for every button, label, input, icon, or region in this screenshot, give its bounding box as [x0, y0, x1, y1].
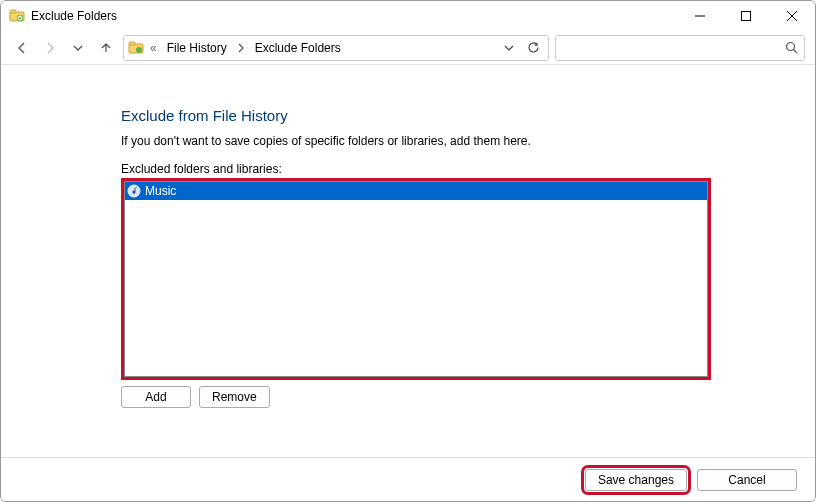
list-item[interactable]: Music	[125, 182, 707, 200]
minimize-button[interactable]	[677, 1, 723, 31]
address-icon	[128, 40, 144, 56]
main-panel: Exclude from File History If you don't w…	[121, 107, 711, 408]
address-bar[interactable]: « File History Exclude Folders	[123, 35, 549, 61]
back-button[interactable]	[11, 37, 33, 59]
svg-rect-1	[10, 10, 16, 13]
excluded-listbox[interactable]: Music	[124, 181, 708, 377]
search-input[interactable]	[562, 40, 785, 56]
search-icon	[785, 41, 798, 54]
tutorial-highlight-listbox: Music	[121, 178, 711, 380]
add-button[interactable]: Add	[121, 386, 191, 408]
svg-point-6	[136, 47, 142, 53]
save-changes-button[interactable]: Save changes	[585, 469, 687, 491]
remove-button[interactable]: Remove	[199, 386, 270, 408]
up-button[interactable]	[95, 37, 117, 59]
cancel-button[interactable]: Cancel	[697, 469, 797, 491]
list-item-label: Music	[145, 184, 176, 198]
music-icon	[127, 184, 141, 198]
forward-button[interactable]	[39, 37, 61, 59]
close-button[interactable]	[769, 1, 815, 31]
svg-rect-3	[742, 12, 751, 21]
search-box[interactable]	[555, 35, 805, 61]
list-label: Excluded folders and libraries:	[121, 162, 711, 176]
refresh-button[interactable]	[522, 37, 544, 59]
dialog-footer: Save changes Cancel	[1, 457, 815, 501]
breadcrumb-file-history[interactable]: File History	[163, 39, 231, 57]
svg-point-7	[787, 43, 795, 51]
page-heading: Exclude from File History	[121, 107, 711, 124]
recent-locations-button[interactable]	[67, 37, 89, 59]
breadcrumb-prefix: «	[148, 41, 159, 55]
nav-toolbar: « File History Exclude Folders	[1, 31, 815, 65]
page-description: If you don't want to save copies of spec…	[121, 134, 711, 148]
breadcrumb-exclude-folders[interactable]: Exclude Folders	[251, 39, 345, 57]
chevron-right-icon	[235, 43, 247, 53]
titlebar: Exclude Folders	[1, 1, 815, 31]
window-title: Exclude Folders	[31, 9, 117, 23]
app-icon	[9, 8, 25, 24]
svg-rect-5	[129, 42, 135, 45]
address-dropdown-button[interactable]	[498, 37, 520, 59]
maximize-button[interactable]	[723, 1, 769, 31]
